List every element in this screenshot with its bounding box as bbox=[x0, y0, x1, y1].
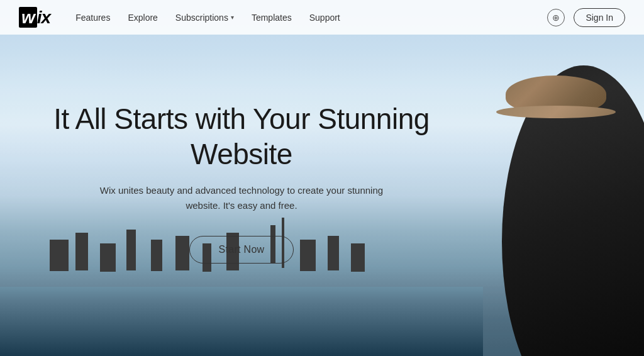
nav-explore[interactable]: Explore bbox=[128, 13, 157, 23]
nav-links: Features Explore Subscriptions ▾ Templat… bbox=[75, 13, 547, 23]
wix-logo[interactable]: wix bbox=[19, 8, 50, 28]
hero-subtitle: Wix unites beauty and advanced technolog… bbox=[84, 183, 399, 213]
navbar: wix Features Explore Subscriptions ▾ Tem… bbox=[0, 0, 644, 35]
nav-right-actions: ⊕ Sign In bbox=[547, 8, 625, 27]
sign-in-button[interactable]: Sign In bbox=[574, 8, 625, 27]
nav-subscriptions[interactable]: Subscriptions ▾ bbox=[175, 13, 234, 23]
nav-features[interactable]: Features bbox=[75, 13, 110, 23]
nav-support[interactable]: Support bbox=[309, 13, 340, 23]
subscriptions-chevron-icon: ▾ bbox=[231, 14, 234, 21]
language-selector-button[interactable]: ⊕ bbox=[547, 9, 565, 26]
hero-content: It All Starts with Your Stunning Website… bbox=[0, 35, 483, 356]
hero-title: It All Starts with Your Stunning Website bbox=[28, 102, 455, 171]
globe-icon: ⊕ bbox=[552, 13, 560, 23]
start-now-button[interactable]: Start Now bbox=[189, 236, 294, 264]
nav-templates[interactable]: Templates bbox=[252, 13, 292, 23]
person-hat bbox=[506, 75, 606, 113]
